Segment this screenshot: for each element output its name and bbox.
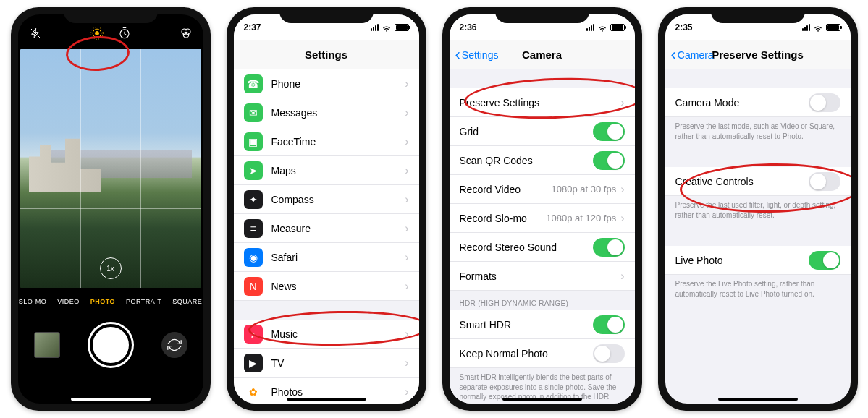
camera-modes[interactable]: SLO-MOVIDEOPHOTOPORTRAITSQUARE [18, 291, 203, 312]
phone-camera: 1x SLO-MOVIDEOPHOTOPORTRAITSQUARE [11, 7, 211, 411]
camera-viewfinder[interactable]: 1x [20, 49, 201, 288]
row-label: FaceTime [271, 136, 405, 148]
back-button[interactable]: Camera [671, 49, 714, 61]
row-label: Measure [271, 223, 405, 234]
row-label: News [271, 281, 405, 292]
settings-row-grid[interactable]: Grid [450, 117, 635, 146]
notch [64, 7, 158, 23]
toggle[interactable] [593, 344, 625, 363]
chevron-icon: › [620, 212, 624, 225]
mode-video[interactable]: VIDEO [57, 298, 80, 305]
phone-preserve-settings: 2:35 Camera Preserve Settings Camera Mod… [658, 7, 858, 411]
settings-row-measure[interactable]: ≡Measure› [234, 214, 419, 243]
flash-icon[interactable] [28, 26, 43, 40]
status-icons [802, 24, 840, 32]
chevron-icon: › [405, 251, 408, 264]
settings-row-news[interactable]: NNews› [234, 272, 419, 301]
row-label: Record Slo-mo [460, 213, 547, 224]
status-time: 2:35 [675, 22, 693, 33]
toggle[interactable] [593, 151, 625, 170]
chevron-icon: › [405, 280, 408, 293]
row-label: Keep Normal Photo [460, 348, 593, 359]
status-time: 2:36 [460, 22, 477, 33]
wifi-icon [813, 24, 823, 32]
status-time: 2:37 [244, 22, 261, 33]
toggle[interactable] [809, 93, 840, 112]
camera-bottom-controls [18, 312, 203, 378]
home-indicator[interactable] [502, 398, 582, 401]
row-detail: 1080p at 30 fps [552, 184, 617, 195]
mode-photo[interactable]: PHOTO [90, 298, 115, 305]
settings-row-keep-normal-photo[interactable]: Keep Normal Photo [450, 339, 635, 368]
app-icon: ▶ [244, 354, 263, 372]
chevron-icon: › [620, 270, 624, 283]
camera-screen: 1x SLO-MOVIDEOPHOTOPORTRAITSQUARE [18, 14, 203, 404]
settings-row-messages[interactable]: ✉Messages› [234, 98, 419, 127]
row-label: Record Stereo Sound [460, 242, 593, 253]
row-label: Maps [271, 165, 405, 176]
preserve-settings-list[interactable]: Camera ModePreserve the last mode, such … [665, 69, 851, 404]
settings-row-facetime[interactable]: ▣FaceTime› [234, 127, 419, 156]
settings-row-live-photo[interactable]: Live Photo [665, 246, 851, 275]
app-icon: ▣ [244, 132, 263, 151]
row-label: Smart HDR [460, 319, 593, 330]
signal-icon [586, 24, 594, 31]
chevron-icon: › [405, 357, 408, 370]
home-indicator[interactable] [287, 398, 366, 401]
home-indicator[interactable] [718, 398, 798, 401]
filters-icon[interactable] [179, 26, 193, 40]
settings-list[interactable]: ☎Phone›✉Messages›▣FaceTime›➤Maps›✦Compas… [234, 69, 419, 404]
settings-row-tv[interactable]: ▶TV› [234, 349, 419, 378]
row-label: Formats [460, 270, 621, 282]
toggle[interactable] [593, 238, 625, 257]
signal-icon [371, 24, 379, 31]
row-label: Messages [271, 107, 405, 119]
app-icon: ✉ [244, 103, 263, 122]
row-detail: 1080p at 120 fps [546, 213, 616, 223]
row-label: Live Photo [675, 255, 809, 266]
chevron-icon: › [405, 77, 408, 90]
settings-row-compass[interactable]: ✦Compass› [234, 185, 419, 214]
settings-row-record-video[interactable]: Record Video1080p at 30 fps› [450, 175, 635, 204]
camera-settings-list[interactable]: Preserve Settings›GridScan QR CodesRecor… [450, 69, 635, 404]
settings-row-record-slo-mo[interactable]: Record Slo-mo1080p at 120 fps› [450, 204, 635, 233]
toggle[interactable] [809, 251, 840, 270]
wifi-icon [382, 24, 392, 32]
section-header: HDR (HIGH DYNAMIC RANGE) [450, 291, 635, 310]
settings-row-maps[interactable]: ➤Maps› [234, 156, 419, 185]
row-label: Record Video [460, 184, 552, 195]
row-label: Safari [271, 252, 405, 263]
shutter-button[interactable] [90, 324, 132, 366]
toggle[interactable] [593, 122, 625, 141]
last-photo-thumbnail[interactable] [34, 332, 60, 358]
settings-row-formats[interactable]: Formats› [450, 262, 635, 291]
settings-row-camera-mode[interactable]: Camera Mode [665, 88, 851, 117]
flip-camera-button[interactable] [161, 332, 187, 358]
status-icons [586, 24, 625, 32]
settings-row-smart-hdr[interactable]: Smart HDR [450, 310, 635, 339]
phone-camera-settings: 2:36 Settings Camera Preserve Settings›G… [442, 7, 642, 411]
toggle[interactable] [593, 315, 625, 334]
zoom-button[interactable]: 1x [100, 257, 122, 279]
chevron-icon: › [405, 135, 408, 148]
nav-bar: Settings [234, 40, 419, 69]
mode-square[interactable]: SQUARE [172, 298, 202, 305]
timer-icon[interactable] [117, 26, 132, 40]
mode-portrait[interactable]: PORTRAIT [126, 298, 161, 305]
back-button[interactable]: Settings [455, 49, 499, 61]
settings-row-scan-qr-codes[interactable]: Scan QR Codes [450, 146, 635, 175]
nav-title: Preserve Settings [712, 48, 804, 61]
nav-bar: Camera Preserve Settings [665, 40, 851, 69]
chevron-icon: › [405, 193, 408, 206]
svg-point-7 [183, 33, 189, 38]
chevron-icon: › [405, 106, 408, 119]
preserve-settings-screen: 2:35 Camera Preserve Settings Camera Mod… [665, 14, 851, 404]
settings-row-phone[interactable]: ☎Phone› [234, 69, 419, 98]
wifi-icon [597, 24, 607, 32]
svg-point-1 [95, 32, 98, 35]
settings-row-safari[interactable]: ◉Safari› [234, 243, 419, 272]
section-footer: Preserve the last mode, such as Video or… [665, 117, 851, 148]
settings-row-record-stereo-sound[interactable]: Record Stereo Sound [450, 233, 635, 262]
home-indicator[interactable] [71, 398, 151, 401]
mode-slo-mo[interactable]: SLO-MO [19, 298, 47, 305]
